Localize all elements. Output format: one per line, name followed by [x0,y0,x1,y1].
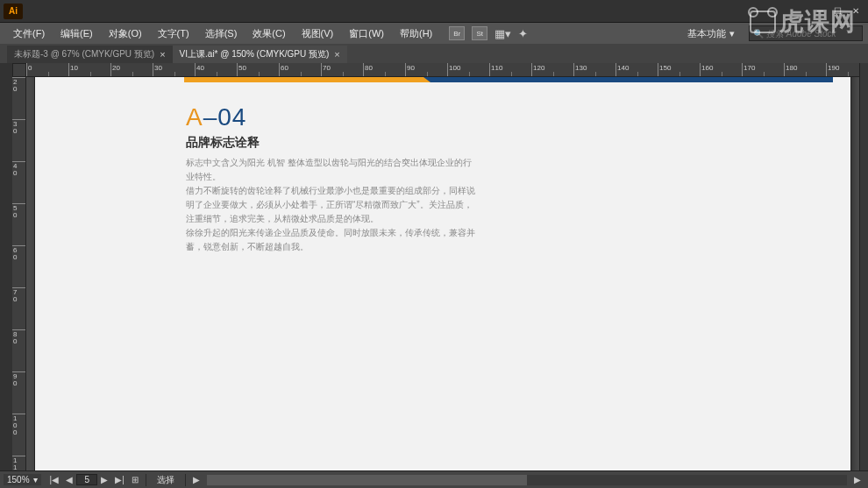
ruler-horizontal[interactable]: 0102030405060708090100110120130140150160… [26,63,859,77]
title-bar: Ai ─ ☐ ✕ [0,0,868,23]
status-menu[interactable]: ▶ [189,475,203,484]
stock-icon[interactable]: St [472,26,487,40]
scrollbar-thumb[interactable] [207,475,527,485]
code-number: 04 [217,103,246,131]
header-divider [184,77,833,82]
minimize-button[interactable]: ─ [817,6,823,16]
tab-close-icon[interactable]: × [334,49,339,60]
bridge-icon[interactable]: Br [449,26,465,40]
code-dash: – [203,103,218,131]
artboard-nav-icon[interactable]: ⊞ [128,475,142,484]
menu-view[interactable]: 视图(V) [294,25,342,43]
tab-doc-0[interactable]: 未标题-3 @ 67% (CMYK/GPU 预览) × [7,46,173,63]
tab-label: 未标题-3 @ 67% (CMYK/GPU 预览) [14,48,154,60]
code-letter: A [186,103,203,131]
nav-last[interactable]: ▶| [111,475,128,484]
separator [146,474,146,486]
search-icon: 🔍 [753,29,764,39]
section-body: 标志中文含义为阳光 机智 整体造型以齿轮与阳光的结合突出体现企业的行业特性。借力… [186,156,475,254]
chevron-down-icon: ▾ [729,28,735,39]
tab-doc-1[interactable]: VI上课.ai* @ 150% (CMYK/GPU 预览) × [173,46,347,63]
nav-first[interactable]: |◀ [46,475,63,484]
search-box[interactable]: 🔍 [749,25,863,41]
ruler-corner[interactable] [12,63,26,77]
menu-file[interactable]: 文件(F) [5,25,53,43]
artboard-number-input[interactable] [76,474,97,485]
tab-label: VI上课.ai* @ 150% (CMYK/GPU 预览) [180,48,330,60]
divider-orange [184,77,430,82]
nav-next[interactable]: ▶ [97,475,111,484]
menu-bar: 文件(F) 编辑(E) 对象(O) 文字(T) 选择(S) 效果(C) 视图(V… [0,23,868,44]
workspace-selector[interactable]: 基本功能 ▾ [680,25,742,42]
artboard[interactable]: A–04 品牌标志诠释 标志中文含义为阳光 机智 整体造型以齿轮与阳光的结合突出… [35,77,850,470]
menu-type[interactable]: 文字(T) [150,25,197,43]
separator [185,474,186,486]
chevron-down-icon: ▾ [33,475,38,484]
canvas-area[interactable]: A–04 品牌标志诠释 标志中文含义为阳光 机智 整体造型以齿轮与阳光的结合突出… [26,77,859,470]
section-code: A–04 [186,103,246,131]
ruler-vertical[interactable]: 2030405060708090100110120130140150 [12,77,26,470]
menu-edit[interactable]: 编辑(E) [53,25,101,43]
gpu-icon[interactable]: ✦ [518,27,528,40]
workspace-label: 基本功能 [687,27,726,40]
horizontal-scrollbar[interactable] [207,475,847,485]
search-input[interactable] [766,29,858,39]
menu-select[interactable]: 选择(S) [197,25,245,43]
maximize-button[interactable]: ☐ [834,6,842,16]
menu-object[interactable]: 对象(O) [101,25,150,43]
arrange-icon[interactable]: ▦▾ [494,27,511,40]
section-title: 品牌标志诠释 [186,135,260,151]
window-controls: ─ ☐ ✕ [817,6,864,16]
tool-status: 选择 [150,474,181,486]
menu-window[interactable]: 窗口(W) [341,25,392,43]
app-logo: Ai [4,4,23,19]
menu-effect[interactable]: 效果(C) [245,25,293,43]
zoom-value: 150% [7,475,30,484]
menu-help[interactable]: 帮助(H) [392,25,440,43]
zoom-selector[interactable]: 150% ▾ [4,474,41,485]
status-bar: 150% ▾ |◀ ◀ ▶ ▶| ⊞ 选择 ▶ ▶ [0,470,868,488]
close-button[interactable]: ✕ [852,6,859,16]
panel-strip[interactable] [859,63,868,470]
divider-blue [430,77,833,82]
nav-prev[interactable]: ◀ [62,475,76,484]
document-tab-bar: 未标题-3 @ 67% (CMYK/GPU 预览) × VI上课.ai* @ 1… [0,44,868,63]
tab-close-icon[interactable]: × [160,49,165,60]
scroll-right[interactable]: ▶ [850,475,864,484]
